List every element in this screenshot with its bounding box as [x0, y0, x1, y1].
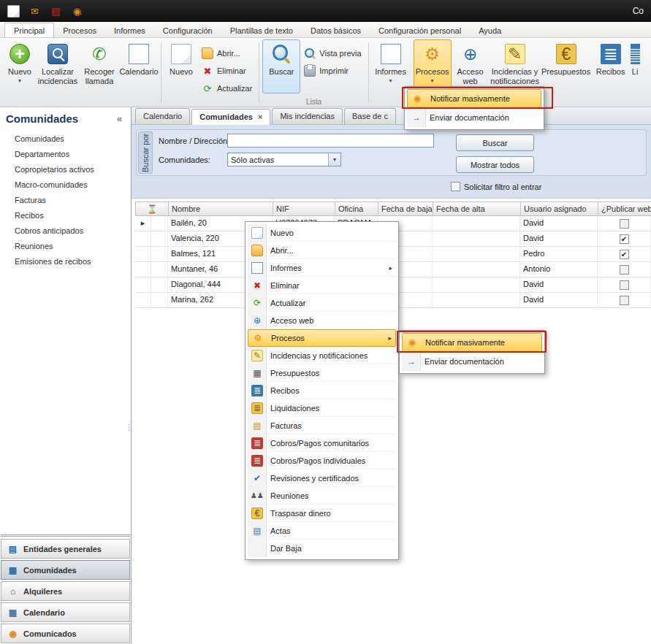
menu-item-traspasar-dinero[interactable]: € Traspasar dinero — [248, 505, 396, 522]
submenu-item-notificar-masivamente[interactable]: ◉ Notificar masivamente — [402, 333, 542, 352]
sidebar-item-facturas[interactable]: Facturas — [15, 196, 131, 204]
sidebar-splitter[interactable] — [1, 534, 130, 537]
doc-tab-mis-incidencias[interactable]: Mis incidencias — [272, 108, 343, 124]
sidebar-item-comunidades[interactable]: Comunidades — [15, 134, 131, 143]
ribbon-group-record: Nuevo Abrir... ✖ Eliminar ⟳ Actualizar — [163, 39, 257, 107]
menu-item-procesos[interactable]: ⚙ Procesos ▸ — [248, 329, 396, 347]
close-tab-icon[interactable]: × — [258, 112, 262, 125]
export-document-icon[interactable]: ▤ — [50, 5, 62, 18]
sidebar-item-emisiones[interactable]: Emisiones de recibos — [15, 257, 131, 266]
sidebar-item-macro-comunidades[interactable]: Macro-comunidades — [15, 180, 131, 189]
publish-web-checkbox[interactable] — [620, 265, 629, 275]
eliminar-button[interactable]: ✖ Eliminar — [198, 64, 256, 77]
buscar-button[interactable]: Buscar — [262, 39, 300, 93]
menu-item-reuniones[interactable]: ♟♟ Reuniones — [248, 487, 396, 505]
solicitar-filtro-checkbox[interactable] — [451, 182, 460, 191]
nav-comunidades[interactable]: ▦ Comunidades — [1, 560, 130, 580]
sidebar-item-copropietarios[interactable]: Copropietarios activos — [15, 165, 131, 174]
imprimir-button[interactable]: Imprimir — [300, 64, 365, 77]
nav-calendario-label: Calendario — [23, 608, 65, 617]
menu-item-label: Acceso web — [270, 316, 396, 325]
sidebar-item-recibos[interactable]: Recibos — [15, 211, 131, 220]
publish-web-checkbox[interactable] — [620, 296, 629, 305]
mostrar-todos-button[interactable]: Mostrar todos — [456, 156, 534, 173]
menu-item-informes[interactable]: Informes ▸ — [248, 259, 396, 277]
menu-item-incidencias[interactable]: ✎ Incidencias y notificaciones — [248, 347, 396, 364]
cell-usuario: Antonio — [520, 262, 598, 277]
menu-item-liquidaciones[interactable]: ≣ Liquidaciones — [248, 399, 396, 417]
nav-entidades-generales[interactable]: ▤ Entidades generales — [1, 539, 130, 559]
sidebar-item-cobros-anticipados[interactable]: Cobros anticipados — [15, 226, 131, 235]
window-title: Co — [633, 6, 644, 16]
tab-plantillas[interactable]: Plantillas de texto — [221, 23, 302, 37]
name-address-input[interactable] — [227, 134, 434, 147]
menu-item-actualizar[interactable]: ⟳ Actualizar — [248, 294, 396, 312]
menu-item-actas[interactable]: ▤ Actas — [248, 522, 396, 540]
sidebar-item-departamentos[interactable]: Departamentos — [15, 150, 131, 158]
dropdown-item-notificar-masivamente[interactable]: ◉ Notificar masivamente — [407, 89, 541, 108]
col-header-fecha-baja[interactable]: Fecha de baja — [378, 202, 433, 215]
doc-tab-comunidades[interactable]: Comunidades × — [191, 109, 270, 125]
menu-item-label: Dar Baja — [270, 544, 396, 553]
menu-item-eliminar[interactable]: ✖ Eliminar — [248, 277, 396, 294]
col-header-oficina[interactable]: Oficina — [335, 202, 378, 215]
sidebar-item-reuniones[interactable]: Reuniones — [15, 242, 131, 250]
actualizar-button[interactable]: ⟳ Actualizar — [198, 82, 256, 95]
tab-datos-basicos[interactable]: Datos básicos — [302, 23, 370, 37]
cell-usuario: David — [520, 277, 598, 292]
tab-ayuda[interactable]: Ayuda — [470, 23, 510, 37]
publish-web-checkbox[interactable] — [620, 280, 629, 290]
tab-configuracion-personal[interactable]: Configuración personal — [370, 23, 470, 37]
mail-icon[interactable]: ✉ — [28, 5, 41, 18]
col-header-fecha-alta[interactable]: Fecha de alta — [433, 202, 521, 215]
abrir-button[interactable]: Abrir... — [198, 47, 256, 60]
collapse-sidebar-icon[interactable]: « — [114, 113, 125, 124]
submenu-item-enviar-documentacion[interactable]: → Enviar documentación — [402, 352, 542, 371]
money-transfer-icon: € — [251, 507, 263, 519]
nav-comunicados[interactable]: ◉ Comunicados — [1, 624, 130, 643]
tab-configuracion[interactable]: Configuración — [154, 23, 221, 37]
localizar-incidencias-button[interactable]: Localizar incidencias — [37, 39, 79, 104]
notify-icon[interactable]: ◉ — [71, 5, 83, 18]
recibos-button[interactable]: ≣ Recibos — [592, 39, 630, 104]
publish-web-checkbox[interactable]: ✔ — [620, 250, 629, 259]
menu-item-cobros-individuales[interactable]: ≣ Cobros/Pagos individuales — [248, 452, 396, 469]
menu-item-abrir[interactable]: Abrir... — [248, 242, 396, 259]
calendario-button[interactable]: Calendario — [120, 39, 158, 104]
tab-principal[interactable]: Principal — [4, 23, 54, 37]
doc-tab-base-de-datos[interactable]: Base de c — [344, 108, 396, 124]
col-header-nombre[interactable]: Nombre — [169, 202, 273, 215]
menu-item-nuevo[interactable]: Nuevo — [248, 224, 396, 242]
menu-item-cobros-comunitarios[interactable]: ≣ Cobros/Pagos comunitarios — [248, 434, 396, 452]
menu-item-acceso-web[interactable]: ⊕ Acceso web — [248, 312, 396, 329]
grid-corner-header[interactable]: ⌛ — [136, 202, 169, 215]
menu-item-dar-baja[interactable]: Dar Baja — [248, 540, 396, 557]
presupuestos-button[interactable]: € Presupuestos — [541, 39, 592, 104]
dropdown-item-enviar-documentacion[interactable]: → Enviar documentación — [407, 108, 541, 127]
tab-procesos[interactable]: Procesos — [54, 23, 105, 37]
publish-web-checkbox[interactable]: ✔ — [620, 234, 629, 244]
menu-item-presupuestos[interactable]: ▦ Presupuestos — [248, 364, 396, 382]
communities-filter-select[interactable]: Sólo activas ▾ — [227, 153, 341, 166]
buscar-por-vertical-tab[interactable]: Buscar por — [138, 131, 153, 174]
sidebar-resize-grip[interactable]: ⋮ — [125, 423, 132, 432]
vista-previa-button[interactable]: Vista previa — [300, 47, 365, 60]
group-divider — [259, 43, 259, 103]
nav-alquileres[interactable]: ⌂ Alquileres — [1, 581, 130, 601]
new-window-icon[interactable] — [7, 5, 20, 18]
col-header-nif[interactable]: NIF — [273, 202, 335, 215]
nuevo-registro-button[interactable]: Nuevo — [164, 39, 198, 104]
menu-item-recibos[interactable]: ≣ Recibos — [248, 382, 396, 399]
menu-item-revisiones[interactable]: ✔ Revisiones y certificados — [248, 469, 396, 487]
col-header-usuario[interactable]: Usuario asignado — [521, 202, 598, 215]
recoger-llamada-button[interactable]: ✆ Recoger llamada — [79, 39, 120, 104]
buscar-filter-button[interactable]: Buscar — [456, 134, 534, 151]
doc-tab-calendario[interactable]: Calendario — [135, 108, 190, 124]
nuevo-button[interactable]: + Nuevo ▾ — [3, 39, 37, 104]
publish-web-checkbox[interactable] — [620, 219, 629, 229]
col-header-publicar-web[interactable]: ¿Publicar web — [598, 202, 651, 215]
tab-informes[interactable]: Informes — [105, 23, 154, 37]
menu-item-facturas[interactable]: ▤ Facturas — [248, 417, 396, 434]
liquidaciones-button-truncated[interactable]: ▤ Li — [630, 39, 641, 104]
nav-calendario[interactable]: ▦ Calendario — [1, 602, 130, 622]
